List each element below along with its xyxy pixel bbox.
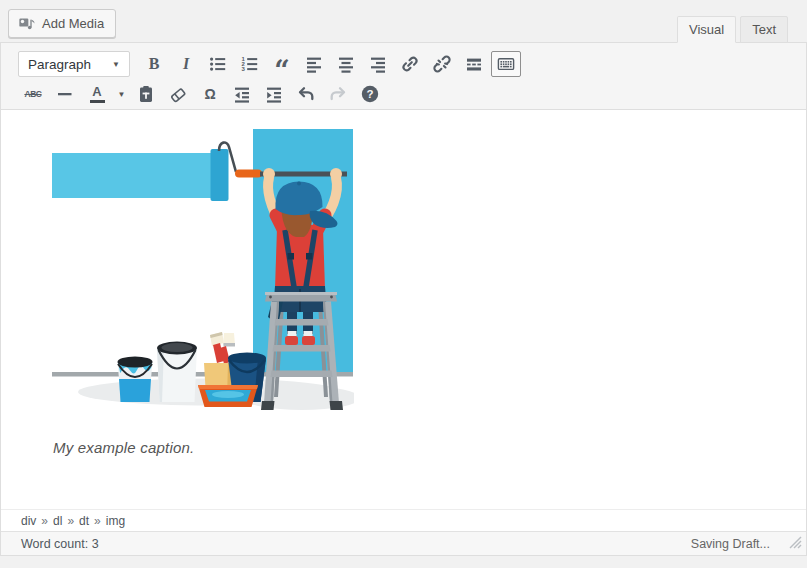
path-item-div[interactable]: div	[21, 514, 36, 528]
wall-painting-illustration[interactable]	[52, 129, 354, 419]
tab-text[interactable]: Text	[740, 16, 788, 43]
bold-button[interactable]: B	[139, 51, 169, 77]
align-right-icon	[368, 54, 388, 74]
add-media-label: Add Media	[42, 16, 104, 31]
paste-as-text-icon	[136, 84, 156, 104]
path-item-dt[interactable]: dt	[79, 514, 89, 528]
element-path-bar: div » dl » dt » img	[1, 509, 806, 531]
word-count: Word count: 3	[21, 537, 99, 551]
svg-text:3: 3	[242, 66, 246, 72]
path-separator: »	[94, 514, 101, 528]
toolbar-row-1: Paragraph ▼ B I 123 “	[18, 48, 798, 80]
toolbar-row-2: ABC A ▼ Ω	[18, 80, 798, 108]
toolbar-toggle-button[interactable]	[491, 51, 521, 77]
align-center-icon	[336, 54, 356, 74]
paragraph-format-value: Paragraph	[28, 57, 91, 72]
text-color-icon: A	[90, 85, 105, 103]
tab-visual[interactable]: Visual	[677, 16, 736, 43]
numbered-list-icon: 123	[240, 54, 260, 74]
svg-text:?: ?	[366, 88, 373, 100]
editor-container: Paragraph ▼ B I 123 “	[0, 42, 807, 556]
link-icon	[400, 54, 420, 74]
paragraph-format-select[interactable]: Paragraph ▼	[18, 51, 130, 77]
special-character-button[interactable]: Ω	[195, 81, 225, 107]
undo-icon	[296, 84, 316, 104]
strikethrough-button[interactable]: ABC	[18, 81, 48, 107]
word-count-label: Word count:	[21, 537, 88, 551]
text-color-button[interactable]: A	[82, 81, 112, 107]
bullet-list-icon	[208, 54, 228, 74]
image-caption[interactable]: My example caption.	[53, 439, 194, 456]
path-separator: »	[67, 514, 74, 528]
horizontal-rule-icon	[55, 84, 75, 104]
editor-content-area[interactable]: My example caption.	[1, 110, 806, 509]
path-item-img[interactable]: img	[106, 514, 125, 528]
more-tag-button[interactable]	[459, 51, 489, 77]
help-icon: ?	[360, 84, 380, 104]
horizontal-rule-button[interactable]	[50, 81, 80, 107]
align-right-button[interactable]	[363, 51, 393, 77]
unlink-icon	[432, 54, 452, 74]
align-left-icon	[304, 54, 324, 74]
italic-button[interactable]: I	[171, 51, 201, 77]
blockquote-button[interactable]: “	[267, 51, 297, 77]
add-media-button[interactable]: Add Media	[8, 9, 116, 38]
numbered-list-button[interactable]: 123	[235, 51, 265, 77]
redo-button[interactable]	[323, 81, 353, 107]
outdent-icon	[232, 84, 252, 104]
chevron-down-icon: ▼	[118, 90, 126, 99]
indent-icon	[264, 84, 284, 104]
align-left-button[interactable]	[299, 51, 329, 77]
editor-mode-tabs: Visual Text	[677, 16, 788, 43]
undo-button[interactable]	[291, 81, 321, 107]
editor-toolbar: Paragraph ▼ B I 123 “	[1, 43, 806, 110]
strikethrough-icon: ABC	[24, 89, 41, 99]
unlink-button[interactable]	[427, 51, 457, 77]
bold-icon: B	[149, 55, 160, 73]
paste-as-text-button[interactable]	[131, 81, 161, 107]
special-character-icon: Ω	[204, 86, 215, 102]
increase-indent-button[interactable]	[259, 81, 289, 107]
keyboard-icon	[496, 54, 516, 74]
text-color-dropdown-button[interactable]: ▼	[114, 81, 129, 107]
align-center-button[interactable]	[331, 51, 361, 77]
resize-grip-icon[interactable]	[787, 534, 802, 552]
add-media-icon	[18, 14, 36, 32]
saving-status: Saving Draft...	[691, 537, 770, 551]
chevron-down-icon: ▼	[112, 60, 120, 69]
path-item-dl[interactable]: dl	[53, 514, 62, 528]
path-separator: »	[41, 514, 48, 528]
editor-tools-bar: Add Media Visual Text	[0, 0, 807, 42]
more-tag-icon	[464, 54, 484, 74]
word-count-value: 3	[92, 537, 99, 551]
clear-formatting-button[interactable]	[163, 81, 193, 107]
editor-status-bar: Word count: 3 Saving Draft...	[1, 531, 806, 555]
bullet-list-button[interactable]	[203, 51, 233, 77]
eraser-icon	[168, 84, 188, 104]
redo-icon	[328, 84, 348, 104]
blockquote-icon: “	[274, 68, 290, 74]
decrease-indent-button[interactable]	[227, 81, 257, 107]
help-button[interactable]: ?	[355, 81, 385, 107]
link-button[interactable]	[395, 51, 425, 77]
italic-icon: I	[183, 55, 189, 73]
